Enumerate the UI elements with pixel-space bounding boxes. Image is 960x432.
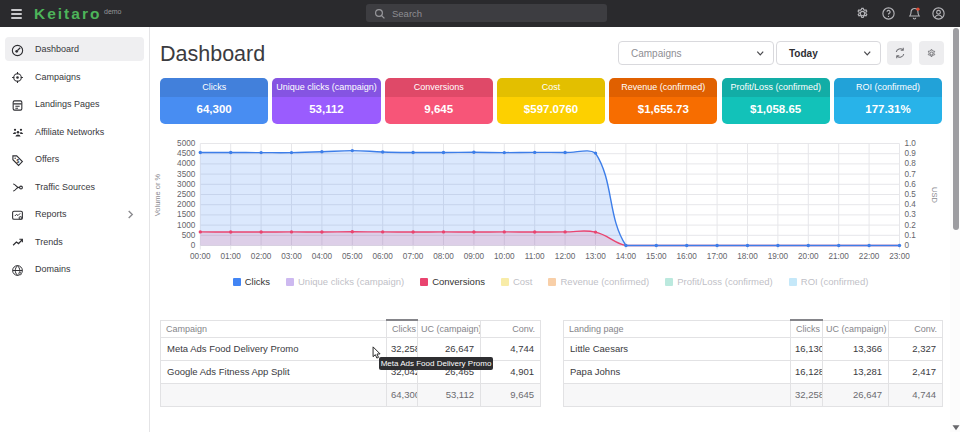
svg-text:0.5: 0.5 [905, 190, 917, 199]
svg-text:11:00: 11:00 [525, 252, 545, 261]
svg-text:13:00: 13:00 [585, 252, 606, 261]
svg-text:03:00: 03:00 [281, 252, 302, 261]
svg-text:04:00: 04:00 [312, 252, 333, 261]
svg-text:Volume or %: Volume or % [153, 173, 162, 216]
svg-text:15:00: 15:00 [646, 252, 667, 261]
svg-text:08:00: 08:00 [433, 252, 454, 261]
svg-text:3500: 3500 [177, 170, 196, 179]
svg-text:0: 0 [905, 241, 910, 250]
svg-text:500: 500 [182, 231, 196, 240]
svg-text:16:00: 16:00 [676, 252, 697, 261]
svg-text:01:00: 01:00 [220, 252, 241, 261]
svg-text:$: $ [17, 158, 20, 163]
svg-text:0: 0 [191, 241, 196, 250]
svg-text:09:00: 09:00 [464, 252, 485, 261]
svg-text:4500: 4500 [177, 149, 196, 158]
svg-text:0.1: 0.1 [905, 231, 917, 240]
svg-text:4000: 4000 [177, 159, 196, 168]
svg-text:1.0: 1.0 [905, 139, 917, 148]
svg-text:14:00: 14:00 [616, 252, 637, 261]
svg-text:10:00: 10:00 [494, 252, 515, 261]
svg-text:22:00: 22:00 [859, 252, 880, 261]
svg-text:5000: 5000 [177, 139, 196, 148]
svg-text:3000: 3000 [177, 180, 196, 189]
svg-text:18:00: 18:00 [737, 252, 758, 261]
svg-text:19:00: 19:00 [768, 252, 789, 261]
svg-text:0.9: 0.9 [905, 149, 917, 158]
svg-text:17:00: 17:00 [707, 252, 728, 261]
svg-text:06:00: 06:00 [372, 252, 393, 261]
svg-text:07:00: 07:00 [403, 252, 424, 261]
svg-text:2000: 2000 [177, 200, 196, 209]
svg-text:0.2: 0.2 [905, 221, 917, 230]
svg-text:2500: 2500 [177, 190, 196, 199]
svg-text:02:00: 02:00 [251, 252, 272, 261]
svg-text:21:00: 21:00 [828, 252, 849, 261]
svg-text:0.8: 0.8 [905, 159, 917, 168]
svg-text:05:00: 05:00 [342, 252, 363, 261]
svg-text:USD: USD [930, 187, 939, 203]
svg-text:0.7: 0.7 [905, 170, 917, 179]
svg-text:0.4: 0.4 [905, 200, 917, 209]
svg-text:1500: 1500 [177, 210, 196, 219]
svg-text:00:00: 00:00 [190, 252, 211, 261]
svg-text:12:00: 12:00 [555, 252, 576, 261]
svg-text:1000: 1000 [177, 221, 196, 230]
svg-text:23:00: 23:00 [889, 252, 910, 261]
svg-text:0.3: 0.3 [905, 210, 917, 219]
svg-text:20:00: 20:00 [798, 252, 819, 261]
svg-text:0.6: 0.6 [905, 180, 917, 189]
